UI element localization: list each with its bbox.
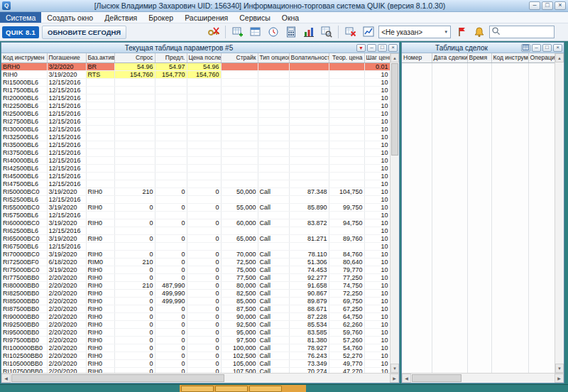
- table-row[interactable]: RI32500BL612/15/201610: [1, 133, 390, 141]
- scroll-right-icon[interactable]: ▶: [390, 374, 399, 383]
- table-row[interactable]: RI75000BC03/19/2020RIH000075,000Call74.4…: [1, 266, 390, 273]
- table-row[interactable]: RI67500BL612/15/201610: [1, 242, 390, 250]
- table-row[interactable]: RI72500BF06/18/2020RIM02100072,500Call51…: [1, 258, 390, 266]
- column-header[interactable]: Операция: [528, 53, 555, 62]
- column-header[interactable]: Номер: [402, 53, 432, 62]
- new-chart-icon[interactable]: [361, 25, 376, 40]
- trades-minimize-button[interactable]: –: [532, 44, 541, 52]
- table-row[interactable]: RI85000BB02/20/2020RIH00499,990085,000Ca…: [1, 297, 390, 305]
- scroll-left-icon[interactable]: ◀: [1, 374, 11, 383]
- table-search-icon[interactable]: [319, 25, 334, 40]
- table-row[interactable]: RI65000BC03/19/2020RIH000065,000Call81.2…: [1, 234, 390, 242]
- maximize-button[interactable]: □: [542, 1, 553, 10]
- column-header[interactable]: Код инструмен: [491, 53, 528, 62]
- column-header[interactable]: Тип опциона: [258, 53, 289, 62]
- scrollbar-thumb[interactable]: [412, 374, 462, 382]
- table-row[interactable]: RI57500BL612/15/201610: [1, 211, 390, 219]
- column-header[interactable]: Код инструмен: [1, 53, 47, 62]
- menu-item-sozdat-okno[interactable]: Создать окно: [41, 12, 99, 23]
- bookmark-flag-icon[interactable]: [454, 25, 469, 40]
- search-field[interactable]: [489, 26, 555, 38]
- clock-icon[interactable]: [266, 25, 280, 40]
- params-vertical-scrollbar[interactable]: ▲ ▼: [390, 53, 399, 373]
- table-row[interactable]: RI52500BL612/15/201610: [1, 195, 390, 203]
- table-row[interactable]: RI90000BB02/20/2020RIH000090,000Call87.2…: [1, 312, 390, 320]
- table-row[interactable]: BRH03/2/2020BR54.9654.9754.960.01: [1, 62, 390, 70]
- scroll-left-icon[interactable]: ◀: [402, 374, 411, 383]
- scroll-down-icon[interactable]: ▼: [555, 364, 564, 373]
- column-header[interactable]: Дата сделки: [432, 53, 467, 62]
- params-table-icon[interactable]: [248, 25, 263, 40]
- table-row[interactable]: RI35000BL612/15/201610: [1, 141, 390, 148]
- table-row[interactable]: RI47500BL612/15/201610: [1, 180, 390, 187]
- column-header[interactable]: Теор. цена: [329, 53, 364, 62]
- trades-table-icon[interactable]: [521, 44, 530, 52]
- menu-item-deystviya[interactable]: Действия: [99, 12, 143, 23]
- scroll-to-current-icon[interactable]: ▼: [356, 44, 366, 52]
- table-row[interactable]: RI50000BC03/19/2020RIH02100050,000Call87…: [1, 187, 390, 195]
- update-today-button[interactable]: ОБНОВИТЕ СЕГОДНЯ: [42, 26, 126, 39]
- instrument-dropdown[interactable]: <Не указан> ▼: [378, 26, 451, 38]
- table-row[interactable]: RI107500BB02/20/2020RIH0000107,500Call70…: [1, 367, 390, 373]
- table-row[interactable]: RI27500BL612/15/201610: [1, 117, 390, 125]
- scrollbar-thumb[interactable]: [11, 374, 224, 382]
- trades-horizontal-scrollbar[interactable]: ◀ ▶: [402, 373, 564, 383]
- menu-item-rasshireniya[interactable]: Расширения: [179, 12, 234, 23]
- table-row[interactable]: RI87500BB02/20/2020RIH000087,500Call88.6…: [1, 305, 390, 312]
- search-input[interactable]: [502, 28, 552, 36]
- trades-close-button[interactable]: ×: [553, 44, 562, 52]
- chart-bars-icon[interactable]: [301, 25, 316, 40]
- table-row[interactable]: RI97500BB02/20/2020RIH000097,500Call81.3…: [1, 336, 390, 344]
- menu-item-broker[interactable]: Брокер: [143, 12, 179, 23]
- table-row[interactable]: RI37500BL612/15/201610: [1, 148, 390, 156]
- table-row[interactable]: RI17500BL612/15/201610: [1, 86, 390, 94]
- column-header[interactable]: Шаг цены: [364, 53, 390, 62]
- table-row[interactable]: RI55000BC03/19/2020RIH000055,000Call85.8…: [1, 203, 390, 211]
- table-row[interactable]: RI20000BL612/15/201610: [1, 94, 390, 102]
- table-row[interactable]: RI77500BB02/20/2020RIH000077,500Call92.2…: [1, 273, 390, 281]
- table-row[interactable]: RI45000BL612/15/201610: [1, 172, 390, 180]
- table-row[interactable]: RI102500BB02/20/2020RIH0000102,500Call76…: [1, 352, 390, 359]
- menu-item-okna[interactable]: Окна: [276, 12, 305, 23]
- column-header[interactable]: Страйк: [221, 53, 258, 62]
- scroll-down-icon[interactable]: ▼: [390, 364, 399, 373]
- column-header[interactable]: Погашение: [47, 53, 86, 62]
- trades-window-titlebar[interactable]: Таблица сделок – □ ×: [402, 43, 564, 53]
- create-table-icon[interactable]: [230, 25, 245, 40]
- table-row[interactable]: RI92500BB02/20/2020RIH000092,500Call85.5…: [1, 320, 390, 328]
- table-row[interactable]: RI22500BL612/15/201610: [1, 102, 390, 109]
- column-header[interactable]: Спрос: [114, 53, 155, 62]
- scroll-up-icon[interactable]: ▲: [390, 53, 399, 62]
- taskbar-button[interactable]: [249, 386, 282, 392]
- table-row[interactable]: RI82500BB02/20/2020RIH00499,990082,500Ca…: [1, 289, 390, 297]
- params-horizontal-scrollbar[interactable]: ◀ ▶: [1, 373, 399, 383]
- column-header[interactable]: Время: [467, 53, 491, 62]
- table-row[interactable]: RI95000BB02/20/2020RIH000095,000Call83.5…: [1, 328, 390, 336]
- table-row[interactable]: RI25000BL612/15/201610: [1, 109, 390, 117]
- table-row[interactable]: RI40000BL612/15/201610: [1, 156, 390, 164]
- minimize-button[interactable]: –: [529, 1, 540, 10]
- calculator-icon[interactable]: [283, 25, 298, 40]
- scrollbar-thumb[interactable]: [391, 63, 398, 156]
- scroll-up-icon[interactable]: ▲: [555, 53, 564, 62]
- column-header[interactable]: Цена послед.: [187, 53, 221, 62]
- connection-key-icon[interactable]: [206, 25, 221, 40]
- scroll-right-icon[interactable]: ▶: [555, 374, 564, 383]
- table-row[interactable]: RIH03/19/2020RTS154,760154,770154,76010: [1, 70, 390, 78]
- params-window-titlebar[interactable]: Текущая таблица параметров #5 ▼ – □ ×: [1, 43, 399, 53]
- trades-vertical-scrollbar[interactable]: ▲ ▼: [555, 53, 564, 373]
- params-minimize-button[interactable]: –: [367, 44, 376, 52]
- column-header[interactable]: Баз.актив: [86, 53, 114, 62]
- column-header[interactable]: Предл.: [155, 53, 187, 62]
- table-row[interactable]: RI62500BL612/15/201610: [1, 227, 390, 234]
- taskbar-button[interactable]: [215, 386, 248, 392]
- table-row[interactable]: RI60000BC03/19/2020RIH000060,000Call83.8…: [1, 219, 390, 227]
- table-row[interactable]: RI30000BL612/15/201610: [1, 125, 390, 133]
- title-bar[interactable]: Q [Лысюк Владимир Захарович UID: 156340]…: [0, 0, 568, 12]
- menu-item-sistema[interactable]: Система: [0, 12, 41, 23]
- table-row[interactable]: RI42500BL612/15/201610: [1, 164, 390, 172]
- table-row[interactable]: RI100000BB02/20/2020RIH0000100,000Call78…: [1, 344, 390, 352]
- close-button[interactable]: ×: [555, 1, 566, 10]
- taskbar-button[interactable]: [181, 386, 214, 392]
- table-row[interactable]: RI70000BC03/19/2020RIH000070,000Call78.1…: [1, 250, 390, 258]
